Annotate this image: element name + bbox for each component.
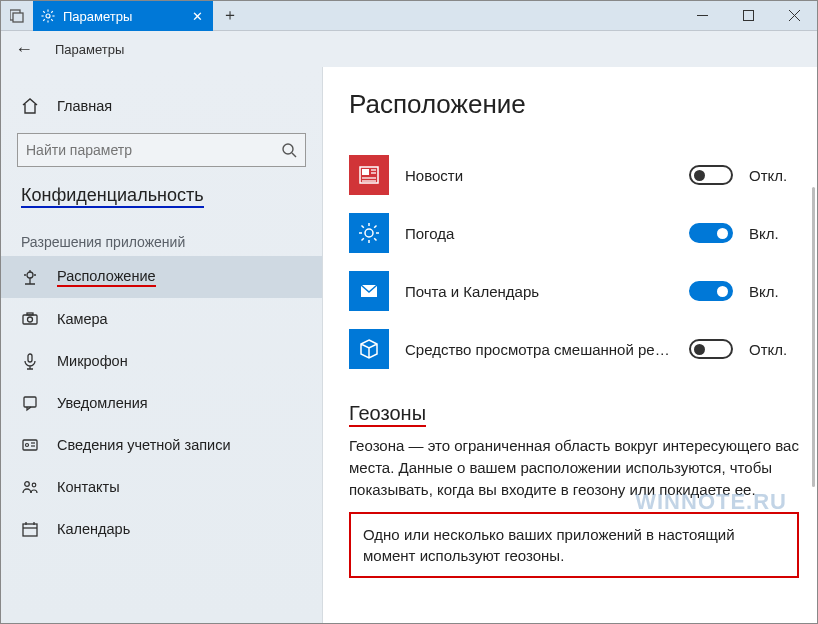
main-panel: Расположение Новости Откл. Погода Вкл. П… bbox=[323, 67, 817, 623]
svg-point-15 bbox=[283, 144, 293, 154]
svg-point-28 bbox=[32, 483, 36, 487]
sidebar-item-label: Уведомления bbox=[57, 395, 148, 411]
titlebar: Параметры ✕ ＋ bbox=[1, 1, 817, 31]
subheader-title: Параметры bbox=[55, 42, 124, 57]
tab-strip: Параметры ✕ ＋ bbox=[1, 1, 247, 30]
task-view-icon[interactable] bbox=[1, 1, 33, 30]
toggle-state: Откл. bbox=[749, 341, 799, 358]
sidebar-item-notifications[interactable]: Уведомления bbox=[1, 382, 322, 424]
toggle-state: Вкл. bbox=[749, 283, 799, 300]
location-icon bbox=[21, 268, 39, 286]
search-input[interactable] bbox=[26, 142, 281, 158]
app-label: Почта и Календарь bbox=[405, 283, 673, 300]
svg-rect-34 bbox=[362, 169, 369, 175]
maximize-button[interactable] bbox=[725, 1, 771, 30]
cube-icon bbox=[349, 329, 389, 369]
sidebar-item-label: Контакты bbox=[57, 479, 120, 495]
sidebar-item-label: Камера bbox=[57, 311, 108, 327]
window-controls bbox=[679, 1, 817, 30]
svg-rect-20 bbox=[27, 313, 33, 315]
sidebar-item-location[interactable]: Расположение bbox=[1, 256, 322, 298]
sidebar-item-microphone[interactable]: Микрофон bbox=[1, 340, 322, 382]
home-icon bbox=[21, 97, 39, 115]
sidebar-category: Конфиденциальность bbox=[1, 185, 322, 206]
sidebar: Главная Конфиденциальность Разрешения пр… bbox=[1, 67, 323, 623]
sidebar-section-label: Разрешения приложений bbox=[1, 220, 322, 256]
sidebar-item-contacts[interactable]: Контакты bbox=[1, 466, 322, 508]
sidebar-item-label: Сведения учетной записи bbox=[57, 437, 231, 453]
app-row-mixed-reality: Средство просмотра смешанной реальн... О… bbox=[349, 320, 799, 378]
camera-icon bbox=[21, 310, 39, 328]
search-box[interactable] bbox=[17, 133, 306, 167]
geofence-heading: Геозоны bbox=[349, 402, 426, 425]
app-row-weather: Погода Вкл. bbox=[349, 204, 799, 262]
svg-rect-1 bbox=[13, 13, 23, 22]
svg-rect-22 bbox=[24, 397, 36, 407]
contacts-icon bbox=[21, 478, 39, 496]
page-heading: Расположение bbox=[349, 89, 799, 120]
toggle-mail[interactable] bbox=[689, 281, 733, 301]
subheader: ← Параметры bbox=[1, 31, 817, 67]
sidebar-item-label: Календарь bbox=[57, 521, 130, 537]
nav-home-label: Главная bbox=[57, 98, 112, 114]
svg-point-39 bbox=[365, 229, 373, 237]
svg-line-9 bbox=[43, 19, 45, 21]
calendar-icon bbox=[21, 520, 39, 538]
svg-point-24 bbox=[26, 444, 29, 447]
svg-line-45 bbox=[374, 238, 376, 240]
svg-line-47 bbox=[374, 226, 376, 228]
svg-line-44 bbox=[362, 226, 364, 228]
svg-point-27 bbox=[25, 482, 30, 487]
new-tab-button[interactable]: ＋ bbox=[213, 1, 247, 30]
active-tab[interactable]: Параметры ✕ bbox=[33, 1, 213, 31]
app-label: Новости bbox=[405, 167, 673, 184]
weather-icon bbox=[349, 213, 389, 253]
svg-rect-12 bbox=[743, 11, 753, 21]
toggle-state: Откл. bbox=[749, 167, 799, 184]
toggle-state: Вкл. bbox=[749, 225, 799, 242]
sidebar-item-label: Микрофон bbox=[57, 353, 128, 369]
toggle-weather[interactable] bbox=[689, 223, 733, 243]
close-button[interactable] bbox=[771, 1, 817, 30]
news-icon bbox=[349, 155, 389, 195]
nav-home[interactable]: Главная bbox=[1, 85, 322, 127]
tab-label: Параметры bbox=[63, 9, 181, 24]
svg-point-17 bbox=[27, 272, 33, 278]
bell-icon bbox=[21, 394, 39, 412]
back-button[interactable]: ← bbox=[15, 39, 33, 60]
svg-point-2 bbox=[46, 14, 50, 18]
svg-line-10 bbox=[51, 11, 53, 13]
scrollbar[interactable] bbox=[812, 187, 815, 487]
svg-rect-21 bbox=[28, 354, 32, 362]
svg-line-16 bbox=[292, 153, 296, 157]
svg-line-46 bbox=[362, 238, 364, 240]
gear-icon bbox=[41, 9, 55, 23]
toggle-news[interactable] bbox=[689, 165, 733, 185]
svg-line-8 bbox=[51, 19, 53, 21]
geofence-description: Геозона — это ограниченная область вокру… bbox=[349, 435, 799, 500]
sidebar-item-label: Расположение bbox=[57, 268, 156, 287]
microphone-icon bbox=[21, 352, 39, 370]
svg-rect-29 bbox=[23, 524, 37, 536]
app-label: Средство просмотра смешанной реальн... bbox=[405, 341, 673, 358]
mail-icon bbox=[349, 271, 389, 311]
app-row-mail: Почта и Календарь Вкл. bbox=[349, 262, 799, 320]
app-row-news: Новости Откл. bbox=[349, 146, 799, 204]
sidebar-item-calendar[interactable]: Календарь bbox=[1, 508, 322, 550]
account-icon bbox=[21, 436, 39, 454]
search-icon bbox=[281, 142, 297, 158]
content: Главная Конфиденциальность Разрешения пр… bbox=[1, 67, 817, 623]
svg-line-7 bbox=[43, 11, 45, 13]
tab-close-icon[interactable]: ✕ bbox=[189, 9, 205, 24]
geofence-notice: Одно или несколько ваших приложений в на… bbox=[349, 512, 799, 578]
sidebar-item-account-info[interactable]: Сведения учетной записи bbox=[1, 424, 322, 466]
toggle-mixed-reality[interactable] bbox=[689, 339, 733, 359]
minimize-button[interactable] bbox=[679, 1, 725, 30]
app-label: Погода bbox=[405, 225, 673, 242]
svg-point-19 bbox=[28, 317, 33, 322]
sidebar-item-camera[interactable]: Камера bbox=[1, 298, 322, 340]
